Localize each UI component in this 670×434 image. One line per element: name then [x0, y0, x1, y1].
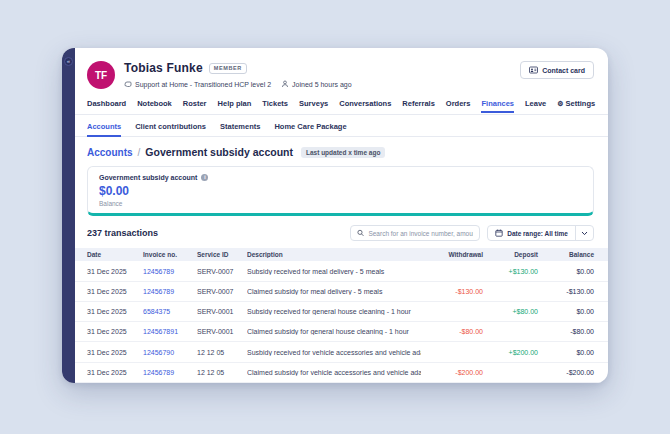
contact-card-icon [529, 66, 538, 74]
program-label: Support at Home - Transitioned HCP level… [135, 81, 271, 88]
main-content: TF Tobias Funke MEMBER Support at Home -… [75, 48, 608, 383]
cell-date: 31 Dec 2025 [87, 268, 143, 275]
info-icon[interactable]: i [201, 174, 208, 181]
tab-leave[interactable]: Leave [525, 99, 546, 113]
tab-roster[interactable]: Roster [183, 99, 207, 113]
cell-service-id: 12 12 05 [197, 349, 247, 356]
cell-balance: -$80.00 [538, 328, 594, 335]
tab-help-plan[interactable]: Help plan [218, 99, 252, 113]
cell-service-id: SERV-0001 [197, 328, 247, 335]
table-row[interactable]: 31 Dec 2025 12456789 12 12 05 Claimed su… [75, 363, 608, 383]
cell-description: Claimed subsidy for meal delivery - 5 me… [247, 288, 421, 295]
tab-referrals[interactable]: Referrals [402, 99, 435, 113]
col-date: Date [87, 251, 143, 258]
invoice-link[interactable]: 12456789 [143, 288, 197, 295]
last-updated-badge: Last updated x time ago [301, 147, 385, 158]
tab-orders[interactable]: Orders [446, 99, 471, 113]
calendar-icon [495, 229, 503, 237]
table-row[interactable]: 31 Dec 2025 12456789 SERV-0007 Subsidy r… [75, 261, 608, 281]
account-balance-amount: $0.00 [99, 184, 582, 198]
cell-balance: $0.00 [538, 308, 594, 315]
cell-service-id: SERV-0001 [197, 308, 247, 315]
col-withdrawal: Withdrawal [421, 251, 483, 258]
member-badge: MEMBER [209, 63, 247, 74]
cell-withdrawal: -$130.00 [421, 288, 483, 295]
subtab-home-care-package[interactable]: Home Care Package [274, 122, 346, 137]
transactions-count: 237 transactions [87, 228, 350, 238]
col-deposit: Deposit [483, 251, 538, 258]
chevron-down-icon [581, 231, 588, 236]
person-icon [281, 80, 289, 88]
tab-notebook[interactable]: Notebook [137, 99, 172, 113]
cell-withdrawal: -$200.00 [421, 369, 483, 376]
tab-settings[interactable]: ⚙Settings [557, 99, 595, 113]
finance-subnav: Accounts Client contributions Statements… [75, 115, 608, 137]
cell-date: 31 Dec 2025 [87, 308, 143, 315]
table-header-row: Date Invoice no. Service ID Description … [75, 248, 608, 261]
cell-description: Subsidy received for meal delivery - 5 m… [247, 268, 421, 275]
joined-label: Joined 5 hours ago [292, 81, 352, 88]
invoice-link[interactable]: 6584375 [143, 308, 197, 315]
col-balance: Balance [538, 251, 594, 258]
top-nav: Dashboard Notebook Roster Help plan Tick… [75, 95, 608, 115]
sidebar-collapse-icon[interactable]: « [64, 57, 73, 66]
cell-description: Susbidy received for vehicle accessories… [247, 349, 421, 356]
desktop-background: { "colors": { "accent_blue": "#3b5bdb", … [0, 0, 670, 434]
col-description: Description [247, 251, 421, 258]
subtab-client-contributions[interactable]: Client contributions [135, 122, 206, 137]
invoice-link[interactable]: 12456789 [143, 268, 197, 275]
tab-tickets[interactable]: Tickets [262, 99, 288, 113]
search-box[interactable] [350, 225, 480, 241]
tab-finances[interactable]: Finances [481, 99, 514, 113]
page-title: Government subsidy account [145, 146, 293, 158]
transactions-table: Date Invoice no. Service ID Description … [75, 248, 608, 383]
tab-dashboard[interactable]: Dashboard [87, 99, 126, 113]
invoice-link[interactable]: 12456790 [143, 349, 197, 356]
col-service: Service ID [197, 251, 247, 258]
settings-label: Settings [566, 99, 596, 108]
table-row[interactable]: 31 Dec 2025 12456790 12 12 05 Susbidy re… [75, 342, 608, 362]
tab-surveys[interactable]: Surveys [299, 99, 328, 113]
date-range-button[interactable]: Date range: All time [487, 225, 594, 241]
program-meta: Support at Home - Transitioned HCP level… [124, 80, 271, 88]
cell-deposit: +$130.00 [483, 268, 538, 275]
table-row[interactable]: 31 Dec 2025 6584375 SERV-0001 Subsidy re… [75, 302, 608, 322]
breadcrumb-accounts-link[interactable]: Accounts [87, 147, 133, 158]
cell-service-id: 12 12 05 [197, 369, 247, 376]
search-input[interactable] [368, 230, 473, 237]
breadcrumb-separator: / [138, 147, 141, 158]
transactions-toolbar: 237 transactions Date range: All time [75, 216, 608, 248]
program-icon [124, 80, 132, 88]
cell-balance: -$200.00 [538, 369, 594, 376]
subtab-accounts[interactable]: Accounts [87, 122, 121, 137]
account-balance-caption: Balance [99, 200, 582, 207]
breadcrumb: Accounts / Government subsidy account La… [75, 137, 608, 158]
contact-card-button[interactable]: Contact card [520, 61, 594, 79]
cell-date: 31 Dec 2025 [87, 369, 143, 376]
col-invoice: Invoice no. [143, 251, 197, 258]
profile-header: TF Tobias Funke MEMBER Support at Home -… [75, 48, 608, 95]
cell-description: Claimed subsidy for vehicle accessories … [247, 369, 421, 376]
subtab-statements[interactable]: Statements [220, 122, 260, 137]
contact-card-label: Contact card [542, 67, 585, 74]
table-row[interactable]: 31 Dec 2025 124567891 SERV-0001 Claimed … [75, 322, 608, 342]
table-row[interactable]: 31 Dec 2025 12456789 SERV-0007 Claimed s… [75, 282, 608, 302]
cell-service-id: SERV-0007 [197, 288, 247, 295]
client-name: Tobias Funke [124, 61, 203, 75]
date-range-label: Date range: All time [507, 230, 568, 237]
date-range-chevron[interactable] [575, 226, 593, 240]
cell-date: 31 Dec 2025 [87, 349, 143, 356]
search-icon [357, 229, 364, 237]
cell-deposit: +$80.00 [483, 308, 538, 315]
cell-withdrawal: -$80.00 [421, 328, 483, 335]
invoice-link[interactable]: 124567891 [143, 328, 197, 335]
tab-conversations[interactable]: Conversations [339, 99, 391, 113]
client-profile-window: « TF Tobias Funke MEMBER Support at Home… [62, 48, 608, 383]
cell-date: 31 Dec 2025 [87, 288, 143, 295]
collapsed-sidebar: « [62, 48, 75, 383]
cell-description: Subsidy received for general house clean… [247, 308, 421, 315]
cell-date: 31 Dec 2025 [87, 328, 143, 335]
invoice-link[interactable]: 12456789 [143, 369, 197, 376]
avatar: TF [87, 61, 115, 89]
cell-deposit: +$200.00 [483, 349, 538, 356]
